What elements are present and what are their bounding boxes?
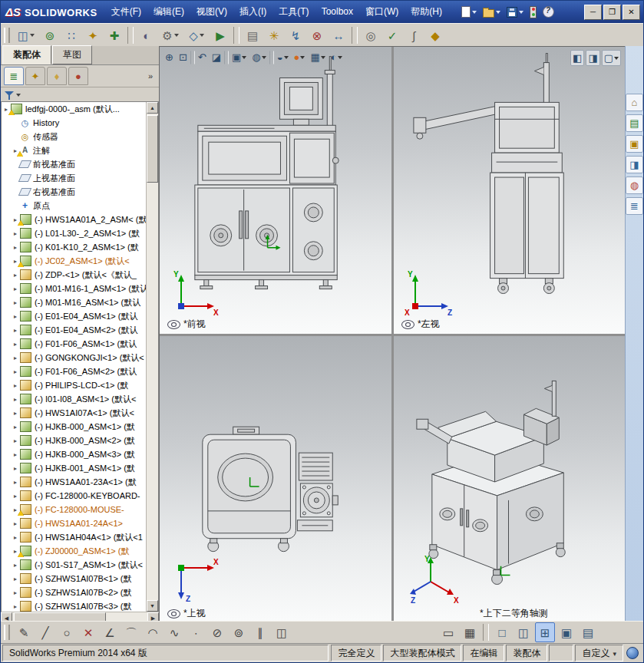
spline-icon[interactable]: ∿ [164, 622, 184, 642]
appearances-scenes-icon[interactable]: ◍ [626, 176, 643, 194]
customize-menu[interactable]: 自定义 [575, 645, 623, 661]
tree-item[interactable]: (-) ZJ00000_ASM<1> (默 [2, 544, 147, 558]
show-hidden-components-icon[interactable]: ◐ [137, 25, 157, 45]
tree-item[interactable]: (-) HJKB-000_ASM<2> (默 [2, 434, 147, 447]
displaymanager-tab[interactable]: ● [68, 67, 88, 85]
mirror-entities-icon[interactable]: ◫ [272, 622, 292, 642]
expand-arrow-icon[interactable] [12, 299, 19, 306]
tab-sketch[interactable]: 草图 [52, 45, 92, 64]
bill-of-materials-icon[interactable]: ▤ [243, 25, 263, 45]
view-settings-icon[interactable]: ◐ [329, 49, 345, 65]
zoom-to-fit-icon[interactable]: ⊕ [163, 49, 176, 65]
viewport-isometric[interactable]: Y X Z *上下二等角轴测 [394, 336, 626, 623]
expand-arrow-icon[interactable] [12, 589, 19, 596]
split-horizontal-icon[interactable]: ◧ [570, 50, 584, 66]
sketch-icon[interactable]: ✎ [14, 622, 34, 642]
tree-item[interactable]: (-) SZHWS1AI07B<3> (默 [2, 599, 147, 612]
expand-arrow-icon[interactable] [12, 424, 19, 430]
line-icon[interactable]: ╱ [35, 622, 55, 642]
tree-item[interactable]: (-) F01-F06_ASM<1> (默认 [2, 337, 147, 351]
hide-show-items-icon[interactable]: ◒ [275, 49, 291, 65]
tree-item[interactable]: 传感器 [2, 130, 147, 143]
hole-alignment-icon[interactable]: ◎ [361, 25, 381, 45]
separator[interactable] [190, 51, 195, 64]
tree-item[interactable]: (-) ZDP-<1> (默认<《默认_ [2, 268, 147, 282]
separator[interactable] [269, 51, 274, 64]
viewport-front[interactable]: ⊕ ⊡ ↶ ◪ ▣ ◍ ◒ [160, 47, 391, 334]
expand-arrow-icon[interactable] [12, 272, 19, 279]
single-viewport-icon[interactable]: □ [492, 622, 512, 642]
custom-properties-icon[interactable]: ≣ [626, 197, 643, 215]
manager-overflow-button[interactable]: » [145, 71, 156, 81]
close-button[interactable]: ✕ [623, 5, 640, 20]
menu-item[interactable]: 工具(T) [272, 1, 315, 23]
save-icon[interactable] [504, 3, 526, 21]
mate-icon[interactable]: ⊚ [40, 25, 60, 45]
interference-detection-icon[interactable]: ⊗ [307, 25, 327, 45]
attachment-icon[interactable]: ∫ [404, 25, 424, 45]
expand-arrow-icon[interactable] [12, 341, 19, 348]
tree-item[interactable]: (-) FC-128000-MOUSE- [2, 503, 147, 516]
separator[interactable] [483, 624, 489, 641]
tree-item[interactable]: (-) E01-E04_ASM<2> (默认 [2, 323, 147, 337]
editing-status[interactable]: 在编辑 [463, 645, 504, 661]
separator[interactable] [233, 27, 239, 44]
circle-icon[interactable]: ○ [57, 622, 77, 642]
status-indicator-icon[interactable] [626, 647, 639, 659]
tab-assembly[interactable]: 装配体 [2, 45, 51, 64]
scroll-down-button[interactable] [147, 600, 158, 612]
filter-funnel-icon[interactable] [5, 91, 14, 100]
tree-item[interactable]: 前视基准面 [2, 157, 147, 171]
tree-item[interactable]: (-) HWS1AA01A_2_ASM< (默认< [2, 213, 147, 226]
insert-components-icon[interactable]: ◫ [14, 25, 38, 45]
tree-item[interactable]: (-) SZHWS1AI07B<1> (默 [2, 572, 147, 585]
expand-arrow-icon[interactable] [12, 244, 19, 251]
tree-item[interactable]: (-) HWS1AA01-24A<1> [2, 516, 147, 530]
expand-arrow-icon[interactable] [12, 562, 19, 569]
four-viewport-icon[interactable]: ⊞ [535, 622, 555, 642]
menu-item[interactable]: 编辑(E) [147, 1, 190, 23]
tangent-arc-icon[interactable]: ◠ [143, 622, 163, 642]
expand-arrow-icon[interactable] [12, 285, 19, 292]
linear-component-pattern-icon[interactable]: ∷ [61, 25, 81, 45]
centerpoint-arc-icon[interactable]: ⌒ [121, 622, 141, 642]
tree-item[interactable]: 右视基准面 [2, 185, 147, 199]
tree-item[interactable]: (-) HJKB-000_ASM<3> (默 [2, 447, 147, 461]
editing-target-status[interactable]: 装配体 [506, 645, 547, 661]
expand-arrow-icon[interactable] [12, 465, 19, 472]
configurationmanager-tab[interactable]: ♦ [47, 67, 67, 85]
view-palette-icon[interactable]: ◨ [626, 156, 643, 173]
tree-item[interactable]: 注解 [2, 143, 147, 157]
open-document-icon[interactable] [481, 3, 503, 21]
tree-item[interactable]: (-) FC-128000-KEYBOARD- [2, 489, 147, 503]
apply-scene-icon[interactable]: ▦ [308, 49, 327, 65]
menu-item[interactable]: 插入(I) [233, 1, 272, 23]
tree-item[interactable]: (-) E01-E04_ASM<1> (默认 [2, 309, 147, 323]
minimize-button[interactable]: ─ [584, 5, 602, 20]
vertical-scrollbar-thumb[interactable] [147, 115, 158, 183]
smart-fasteners-icon[interactable]: ✦ [83, 25, 103, 45]
viewport-menu-icon[interactable]: ▢ [602, 50, 621, 66]
instant3d-icon[interactable]: ◆ [425, 25, 445, 45]
expand-arrow-icon[interactable] [12, 603, 19, 610]
filter-dropdown-icon[interactable] [16, 94, 21, 97]
expand-arrow-icon[interactable] [12, 230, 19, 237]
toolbar-grip[interactable] [4, 28, 10, 43]
blank-status-cell[interactable] [549, 645, 573, 661]
tree-item[interactable]: (-) HJKB-000_ASM<1> (默 [2, 420, 147, 434]
previous-view-icon[interactable]: ↶ [196, 49, 209, 65]
reference-geometry-icon[interactable]: ◇ [184, 25, 209, 45]
menu-item[interactable]: 窗口(W) [359, 1, 405, 23]
rectangle-tool-icon[interactable]: ▭ [438, 622, 458, 642]
view-orientation-icon[interactable]: ▣ [230, 49, 249, 65]
split-vertical-icon[interactable]: ◨ [586, 50, 599, 66]
tree-item[interactable]: History [2, 116, 147, 130]
tree-item[interactable]: ledfgj-0000-_asm (默认... [2, 102, 147, 116]
tree-item[interactable]: (-) HJKB-001_ASM<1> (默 [2, 461, 147, 475]
tree-item[interactable]: (-) JC02_ASM<1> (默认< [2, 254, 147, 268]
tree-item[interactable]: (-) M01-M16_ASM<1> (默认 [2, 295, 147, 309]
angle-dimension-icon[interactable]: ∠ [100, 622, 120, 642]
exploded-view-icon[interactable]: ✳ [264, 25, 284, 45]
zoom-to-area-icon[interactable]: ⊡ [177, 49, 190, 65]
display-style-icon[interactable]: ◍ [249, 49, 268, 65]
